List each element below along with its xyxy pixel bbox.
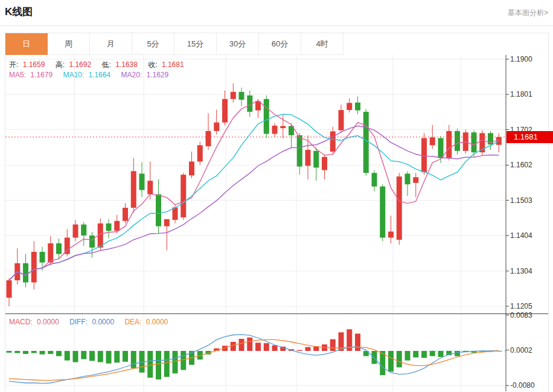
high-label: 高:	[56, 60, 65, 69]
dea-label: DEA:	[124, 318, 141, 326]
chart-panel: 日周月5分15分30分60分4时 开: 1.1659 高: 1.1692 低: …	[5, 33, 549, 392]
kline-chart[interactable]	[5, 55, 548, 391]
y-axis-tick-label: 1.1304	[510, 267, 548, 275]
tab-month[interactable]: 月	[90, 33, 132, 55]
dea-line	[9, 339, 499, 380]
low-value: 1.1638	[115, 60, 138, 69]
low-label: 低:	[101, 60, 110, 69]
tab-hour4[interactable]: 4时	[301, 33, 344, 55]
y-axis-tick-label: 1.1900	[510, 55, 548, 63]
current-price-tag: 1.1681	[507, 131, 553, 143]
ma20-value: 1.1629	[147, 71, 169, 79]
dea-value: 0.0000	[146, 318, 168, 326]
open-value: 1.1659	[23, 60, 45, 69]
fundamental-analysis-link[interactable]: 基本面分析>	[508, 8, 548, 18]
close-value: 1.1681	[162, 60, 184, 69]
ohlc-legend: 开: 1.1659 高: 1.1692 低: 1.1638 收: 1.1681	[9, 60, 187, 70]
ma10-label: MA10:	[63, 71, 84, 79]
tab-min5[interactable]: 5分	[132, 33, 174, 55]
high-value: 1.1692	[69, 60, 91, 69]
tab-min30[interactable]: 30分	[217, 33, 259, 55]
diff-value: 0.0000	[92, 318, 114, 326]
ma10-value: 1.1664	[88, 71, 110, 79]
y-axis-tick-label: 1.1205	[510, 302, 548, 310]
open-label: 开:	[9, 60, 18, 69]
ma5-value: 1.1679	[30, 71, 53, 79]
macd-value: 0.0000	[37, 318, 59, 326]
tab-min60[interactable]: 60分	[259, 33, 301, 55]
macd-legend: MACD: 0.0000 DIFF: 0.0000 DEA: 0.0000	[9, 318, 171, 326]
y-axis-tick-label: -0.0080	[510, 381, 548, 390]
tab-min15[interactable]: 15分	[174, 33, 217, 55]
close-label: 收:	[148, 60, 157, 69]
ma5-label: MA5:	[9, 71, 26, 79]
y-axis-tick-label: 1.1503	[510, 196, 548, 205]
ma-legend: MA5: 1.1679 MA10: 1.1664 MA20: 1.1629	[9, 71, 171, 79]
tab-day[interactable]: 日	[5, 33, 48, 55]
interval-tabbar: 日周月5分15分30分60分4时	[5, 33, 344, 55]
macd-label: MACD:	[9, 318, 33, 326]
tab-week[interactable]: 周	[48, 33, 90, 55]
candlestick-series	[7, 83, 502, 306]
y-axis-tick-label: 1.1404	[510, 231, 548, 240]
ma5-line	[9, 101, 499, 280]
page-title: K线图	[5, 5, 33, 19]
y-axis-tick-label: 1.1602	[510, 161, 548, 169]
header-divider	[0, 25, 553, 26]
ma20-label: MA20:	[121, 71, 142, 79]
y-axis-tick-label: 1.1801	[510, 90, 548, 98]
y-axis-tick-label: 0.0002	[510, 346, 548, 355]
y-axis-tick-label: 0.0083	[510, 311, 548, 320]
diff-label: DIFF:	[69, 318, 88, 326]
